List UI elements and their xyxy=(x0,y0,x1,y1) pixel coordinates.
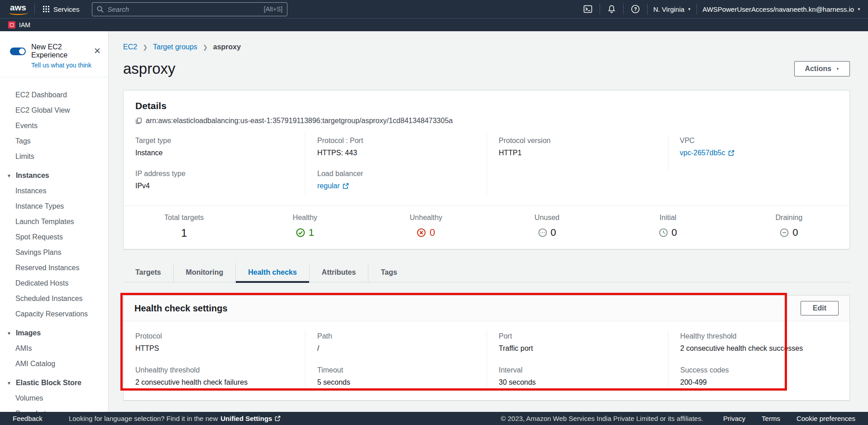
breadcrumb-current: asproxy xyxy=(213,43,241,51)
region-selector[interactable]: N. Virginia ▼ xyxy=(653,5,691,13)
sidebar-item-spot-requests[interactable]: Spot Requests xyxy=(0,229,108,245)
sidebar-item-instance-types[interactable]: Instance Types xyxy=(0,199,108,214)
unified-settings-link[interactable]: Unified Settings xyxy=(220,415,272,422)
svg-text:?: ? xyxy=(634,6,637,12)
sidebar-item-ami-catalog[interactable]: AMI Catalog xyxy=(0,356,108,372)
path-label: Path xyxy=(317,332,475,340)
feedback-link[interactable]: Feedback xyxy=(13,415,43,422)
ec2-sidebar: New EC2 Experience Tell us what you thin… xyxy=(0,31,109,412)
healthy-label: Healthy xyxy=(244,214,365,222)
sidebar-item-savings-plans[interactable]: Savings Plans xyxy=(0,245,108,260)
breadcrumb-target-groups-link[interactable]: Target groups xyxy=(153,43,197,51)
breadcrumb-ec2-link[interactable]: EC2 xyxy=(123,43,137,51)
sidebar-item-capacity-reservations[interactable]: Capacity Reservations xyxy=(0,306,108,322)
protocol-label: Protocol xyxy=(135,332,293,340)
sidebar-item-reserved-instances[interactable]: Reserved Instances xyxy=(0,260,108,276)
draining-label: Draining xyxy=(729,214,849,222)
divider xyxy=(600,4,600,14)
sidebar-section-images[interactable]: ▼ Images xyxy=(0,322,108,341)
sidebar-item-scheduled-instances[interactable]: Scheduled Instances xyxy=(0,291,108,306)
sidebar-item-ec2-global-view[interactable]: EC2 Global View xyxy=(0,103,108,118)
privacy-link[interactable]: Privacy xyxy=(723,415,745,422)
tab-health-checks[interactable]: Health checks xyxy=(235,263,309,282)
edit-button[interactable]: Edit xyxy=(801,301,839,315)
target-type-value: Instance xyxy=(135,149,293,157)
total-targets-label: Total targets xyxy=(124,214,244,222)
sidebar-item-instances[interactable]: Instances xyxy=(0,183,108,199)
target-group-arn: arn:aws:elasticloadbalancing:us-east-1:3… xyxy=(146,117,453,125)
port-value: Traffic port xyxy=(499,344,656,353)
external-link-icon xyxy=(275,415,281,421)
favorites-bar: IAM xyxy=(0,18,868,31)
sidebar-item-ec2-dashboard[interactable]: EC2 Dashboard xyxy=(0,87,108,103)
banner-title: New EC2 Experience xyxy=(31,43,100,59)
vpc-label: VPC xyxy=(680,137,838,145)
terms-link[interactable]: Terms xyxy=(762,415,780,422)
ip-address-type-label: IP address type xyxy=(135,170,293,178)
tab-attributes[interactable]: Attributes xyxy=(309,263,368,282)
tab-tags[interactable]: Tags xyxy=(368,263,409,282)
success-codes-label: Success codes xyxy=(680,366,838,374)
target-group-tabs: Targets Monitoring Health checks Attribu… xyxy=(123,263,850,282)
protocol-version-value: HTTP1 xyxy=(499,149,656,157)
healthy-threshold-label: Healthy threshold xyxy=(680,332,838,340)
favorite-iam-link[interactable]: IAM xyxy=(8,21,30,29)
interval-label: Interval xyxy=(499,366,656,374)
path-value: / xyxy=(317,344,475,353)
timeout-label: Timeout xyxy=(317,366,475,374)
sidebar-item-launch-templates[interactable]: Launch Templates xyxy=(0,214,108,229)
unused-ellipsis-icon xyxy=(538,228,547,237)
new-experience-banner: New EC2 Experience Tell us what you thin… xyxy=(0,31,108,77)
main-content: EC2 ❯ Target groups ❯ asproxy asproxy Ac… xyxy=(109,31,868,412)
initial-value: 0 xyxy=(672,227,677,239)
unhealthy-threshold-label: Unhealthy threshold xyxy=(135,366,293,374)
help-icon[interactable]: ? xyxy=(629,5,642,14)
sidebar-item-snapshots[interactable]: Snapshots xyxy=(0,406,108,412)
search-shortcut-hint: [Alt+S] xyxy=(264,5,283,13)
health-check-settings-card: Health check settings Edit Protocol HTTP… xyxy=(123,295,850,401)
account-menu[interactable]: AWSPowerUserAccess/navaneeth.kn@harness.… xyxy=(702,5,861,13)
triangle-down-icon: ▼ xyxy=(7,173,11,178)
details-heading: Details xyxy=(135,100,838,111)
vpc-link[interactable]: vpc-2657db5c xyxy=(680,149,734,157)
ip-address-type-value: IPv4 xyxy=(135,182,293,190)
chevron-right-icon: ❯ xyxy=(143,44,148,51)
new-experience-toggle[interactable] xyxy=(10,48,26,55)
sidebar-section-elastic-block-store[interactable]: ▼ Elastic Block Store xyxy=(0,372,108,391)
search-input[interactable] xyxy=(107,5,260,13)
actions-button[interactable]: Actions ▼ xyxy=(794,61,850,76)
sidebar-section-instances[interactable]: ▼ Instances xyxy=(0,164,108,183)
divider xyxy=(647,4,648,14)
target-type-label: Target type xyxy=(135,137,293,145)
aws-logo[interactable]: aws xyxy=(7,3,29,15)
copy-icon[interactable] xyxy=(135,117,142,124)
page-title: asproxy xyxy=(123,60,176,77)
sidebar-item-volumes[interactable]: Volumes xyxy=(0,391,108,406)
search-icon xyxy=(97,6,104,13)
unhealthy-threshold-value: 2 consecutive health check failures xyxy=(135,378,293,387)
load-balancer-label: Load balancer xyxy=(317,170,475,178)
footer-bar: Feedback Looking for language selection?… xyxy=(0,412,868,425)
tell-us-link[interactable]: Tell us what you think xyxy=(31,62,100,69)
notifications-bell-icon[interactable] xyxy=(606,5,618,14)
cookie-preferences-link[interactable]: Cookie preferences xyxy=(796,415,855,422)
sidebar-item-events[interactable]: Events xyxy=(0,118,108,134)
sidebar-item-limits[interactable]: Limits xyxy=(0,149,108,164)
load-balancer-link[interactable]: regular xyxy=(317,182,349,190)
services-menu-button[interactable]: Services xyxy=(40,5,82,13)
unhealthy-x-icon xyxy=(417,228,426,237)
tab-monitoring[interactable]: Monitoring xyxy=(173,263,236,282)
chevron-down-icon: ▼ xyxy=(836,67,839,71)
external-link-icon xyxy=(343,183,349,189)
close-icon[interactable]: ✕ xyxy=(94,46,101,56)
sidebar-item-dedicated-hosts[interactable]: Dedicated Hosts xyxy=(0,276,108,291)
sidebar-item-amis[interactable]: AMIs xyxy=(0,341,108,356)
vpc-value: vpc-2657db5c xyxy=(680,149,725,157)
global-search[interactable]: [Alt+S] xyxy=(92,2,287,16)
draining-value: 0 xyxy=(792,227,798,239)
favorite-iam-label: IAM xyxy=(19,21,30,29)
cloudshell-icon[interactable] xyxy=(582,5,594,14)
region-label: N. Virginia xyxy=(653,5,684,13)
tab-targets[interactable]: Targets xyxy=(123,263,173,282)
sidebar-item-tags[interactable]: Tags xyxy=(0,134,108,149)
